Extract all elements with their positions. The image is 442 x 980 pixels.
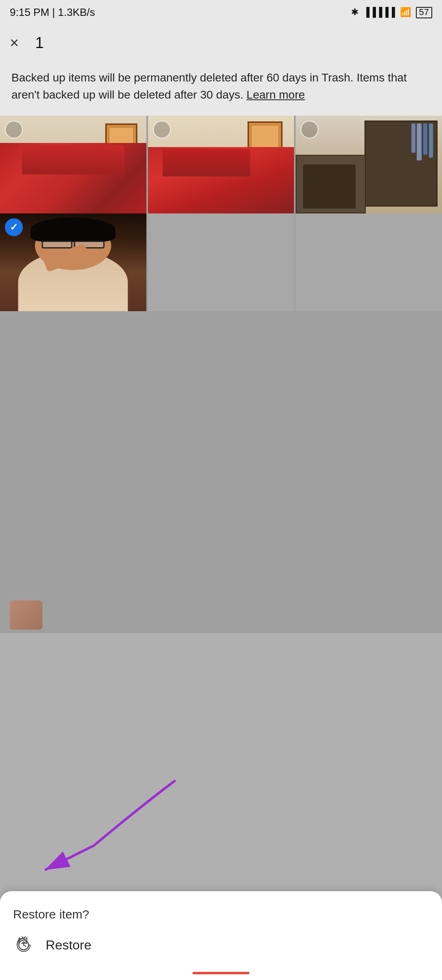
selection-circle-1[interactable] xyxy=(5,121,23,138)
restore-option[interactable]: Restore xyxy=(13,934,429,956)
bluetooth-icon: ✱ xyxy=(351,7,358,18)
empty-cell-2 xyxy=(296,213,442,311)
status-icons: ✱ ▐▐▐▐▐ 📶 57 xyxy=(351,7,432,18)
status-bar: 9:15 PM | 1.3KB/s ✱ ▐▐▐▐▐ 📶 57 xyxy=(0,0,442,24)
photo-grid xyxy=(0,116,442,213)
signal-icon: ▐▐▐▐▐ xyxy=(363,7,395,18)
info-section: Backed up items will be permanently dele… xyxy=(0,61,442,116)
wifi-icon: 📶 xyxy=(400,7,411,18)
check-icon: ✓ xyxy=(10,222,18,233)
info-text: Backed up items will be permanently dele… xyxy=(11,69,431,103)
empty-cell-1 xyxy=(148,213,294,311)
photo-item-3[interactable] xyxy=(296,116,442,213)
selection-circle-2[interactable] xyxy=(153,121,171,138)
selected-count: 1 xyxy=(35,34,44,52)
status-time: 9:15 PM | 1.3KB/s xyxy=(10,6,95,19)
bottom-thumb-area xyxy=(0,596,442,633)
restore-icon xyxy=(13,934,34,956)
bottom-thumbnail xyxy=(10,600,42,630)
restore-svg-icon xyxy=(14,935,33,955)
selection-circle-4-checked[interactable]: ✓ xyxy=(5,218,23,236)
empty-content-area xyxy=(0,311,442,596)
main-content: ✓ xyxy=(0,116,442,633)
photo-item-4[interactable]: ✓ xyxy=(0,213,146,311)
purple-arrow-annotation xyxy=(20,772,192,886)
info-main-text: Backed up items will be permanently dele… xyxy=(11,71,407,101)
learn-more-link[interactable]: Learn more xyxy=(247,88,305,101)
selection-circle-3[interactable] xyxy=(301,121,318,138)
photo-item-1[interactable] xyxy=(0,116,146,213)
battery-icon: 57 xyxy=(416,7,432,18)
app-header: × 1 xyxy=(0,24,442,61)
restore-label[interactable]: Restore xyxy=(46,938,91,953)
home-indicator xyxy=(192,972,250,974)
bottom-sheet-title: Restore item? xyxy=(13,907,429,921)
photo-item-2[interactable] xyxy=(148,116,294,213)
bottom-sheet: Restore item? Restore xyxy=(0,891,442,980)
close-button[interactable]: × xyxy=(10,34,19,52)
photo-grid-row2: ✓ xyxy=(0,213,442,311)
